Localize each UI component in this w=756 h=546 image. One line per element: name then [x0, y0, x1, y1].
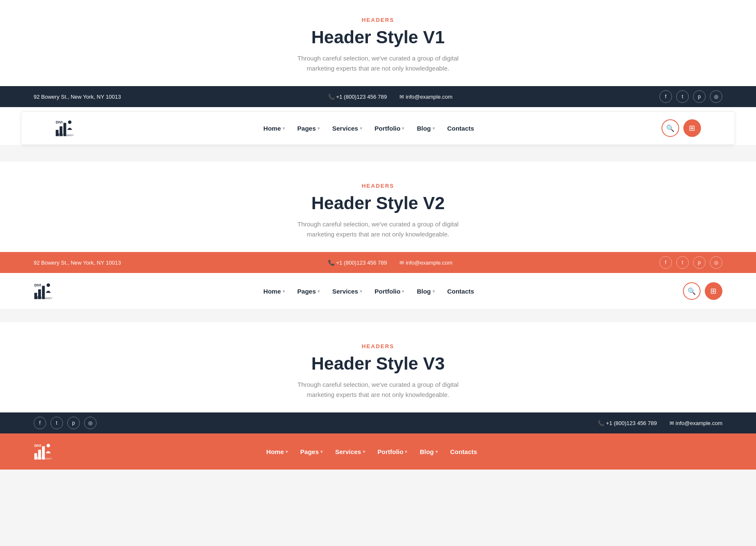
logo-v3[interactable]: SEO AGENCY DIVI: [34, 441, 55, 462]
chevron-down-icon: ▾: [405, 449, 407, 454]
mail-icon: ✉: [399, 94, 406, 100]
topbar-v2-contact: 📞 +1 (800)123 456 789 ✉ info@example.com: [328, 260, 453, 266]
social-twitter-v2[interactable]: t: [676, 256, 689, 269]
logo-icon-v3: SEO AGENCY DIVI: [34, 441, 55, 462]
nav-contacts-v3[interactable]: Contacts: [450, 448, 477, 455]
search-button-v2[interactable]: 🔍: [683, 282, 701, 300]
svg-point-3: [68, 121, 71, 124]
section-v3-intro: HEADERS Header Style V3 Through careful …: [0, 322, 756, 412]
social-pinterest-v2[interactable]: p: [693, 256, 706, 269]
phone-icon-v3: 📞: [598, 420, 606, 426]
topbar-v3-contact: 📞 +1 (800)123 456 789 ✉ info@example.com: [598, 420, 722, 426]
topbar-v1-socials: f t p ◎: [659, 90, 722, 103]
nav-contacts-v1[interactable]: Contacts: [447, 125, 474, 132]
phone-icon: 📞: [328, 94, 336, 100]
chevron-down-icon: ▾: [318, 126, 320, 131]
nav-contacts-v2[interactable]: Contacts: [447, 288, 474, 295]
social-twitter-v3[interactable]: t: [50, 417, 63, 429]
svg-text:DIVI: DIVI: [34, 444, 41, 448]
topbar-v2: 92 Bowery St., New York, NY 10013 📞 +1 (…: [0, 252, 756, 273]
social-facebook-v1[interactable]: f: [659, 90, 672, 103]
topbar-v2-email[interactable]: ✉ info@example.com: [399, 260, 452, 266]
topbar-v2-phone[interactable]: 📞 +1 (800)123 456 789: [328, 260, 387, 266]
nav-links-v1: Home ▾ Pages ▾ Services ▾ Portfolio ▾ Bl…: [263, 125, 474, 132]
chevron-down-icon: ▾: [402, 126, 404, 131]
nav-pages-v2[interactable]: Pages ▾: [297, 288, 320, 295]
chevron-down-icon: ▾: [320, 449, 323, 454]
header-v1-wrapper: 92 Bowery St., New York, NY 10013 📞 +1 (…: [0, 86, 756, 145]
navbar-v2: SEO AGENCY DIVI Home ▾ Pages ▾ Services …: [0, 273, 756, 310]
grid-button-v1[interactable]: ⊞: [683, 119, 701, 137]
nav-blog-v1[interactable]: Blog ▾: [417, 125, 434, 132]
nav-blog-v2[interactable]: Blog ▾: [417, 288, 434, 295]
chevron-down-icon: ▾: [318, 289, 320, 294]
nav-portfolio-v3[interactable]: Portfolio ▾: [378, 448, 407, 455]
svg-text:AGENCY: AGENCY: [43, 457, 52, 460]
section-v1-label: HEADERS: [8, 17, 748, 23]
social-instagram-v1[interactable]: ◎: [710, 90, 722, 103]
svg-point-17: [47, 444, 50, 447]
chevron-down-icon: ▾: [436, 449, 438, 454]
section-v2-label: HEADERS: [8, 183, 748, 189]
social-instagram-v3[interactable]: ◎: [84, 417, 97, 429]
chevron-down-icon: ▾: [360, 289, 362, 294]
nav-pages-v1[interactable]: Pages ▾: [297, 125, 320, 132]
section-v1-title: Header Style V1: [8, 27, 748, 47]
navbar-v1: SEO AGENCY DIVI Home ▾ Pages ▾ Services …: [21, 111, 735, 145]
section-v2-desc: Through careful selection, we've curated…: [290, 219, 466, 239]
social-pinterest-v3[interactable]: p: [67, 417, 80, 429]
social-facebook-v2[interactable]: f: [659, 256, 672, 269]
topbar-v1: 92 Bowery St., New York, NY 10013 📞 +1 (…: [0, 86, 756, 107]
chevron-down-icon: ▾: [402, 289, 404, 294]
section-v3-label: HEADERS: [8, 343, 748, 349]
section-v2-title: Header Style V2: [8, 193, 748, 213]
nav-pages-v3[interactable]: Pages ▾: [300, 448, 323, 455]
topbar-v1-email[interactable]: ✉ info@example.com: [399, 94, 452, 100]
topbar-v1-contact: 📞 +1 (800)123 456 789 ✉ info@example.com: [328, 94, 453, 100]
nav-actions-v2: 🔍 ⊞: [683, 282, 722, 300]
svg-text:SEO: SEO: [34, 296, 42, 300]
chevron-down-icon: ▾: [433, 126, 435, 131]
topbar-v3-phone[interactable]: 📞 +1 (800)123 456 789: [598, 420, 657, 426]
search-button-v1[interactable]: 🔍: [662, 119, 679, 137]
svg-text:DIVI: DIVI: [34, 283, 41, 287]
nav-services-v3[interactable]: Services ▾: [335, 448, 365, 455]
nav-services-v2[interactable]: Services ▾: [332, 288, 362, 295]
nav-portfolio-v1[interactable]: Portfolio ▾: [375, 125, 404, 132]
chevron-down-icon: ▾: [283, 126, 285, 131]
chevron-down-icon: ▾: [363, 449, 365, 454]
nav-services-v1[interactable]: Services ▾: [332, 125, 362, 132]
chevron-down-icon: ▾: [283, 289, 285, 294]
nav-home-v3[interactable]: Home ▾: [266, 448, 288, 455]
grid-button-v2[interactable]: ⊞: [705, 282, 722, 300]
nav-links-v2: Home ▾ Pages ▾ Services ▾ Portfolio ▾ Bl…: [263, 288, 474, 295]
section-v2-intro: HEADERS Header Style V2 Through careful …: [0, 162, 756, 252]
logo-v2[interactable]: SEO AGENCY DIVI: [34, 281, 55, 302]
topbar-v2-address: 92 Bowery St., New York, NY 10013: [34, 260, 121, 266]
svg-text:AGENCY: AGENCY: [65, 134, 74, 136]
social-pinterest-v1[interactable]: p: [693, 90, 706, 103]
svg-text:AGENCY: AGENCY: [43, 297, 52, 299]
chevron-down-icon: ▾: [433, 289, 435, 294]
topbar-v1-address: 92 Bowery St., New York, NY 10013: [34, 94, 121, 100]
section-v1-desc: Through careful selection, we've curated…: [290, 53, 466, 74]
logo-icon-v1: SEO AGENCY DIVI: [55, 118, 76, 139]
header-v3-wrapper: f t p ◎ 📞 +1 (800)123 456 789 ✉ info@exa…: [0, 412, 756, 470]
social-twitter-v1[interactable]: t: [676, 90, 689, 103]
social-instagram-v2[interactable]: ◎: [710, 256, 722, 269]
topbar-v3-email[interactable]: ✉ info@example.com: [669, 420, 722, 426]
topbar-v1-phone[interactable]: 📞 +1 (800)123 456 789: [328, 94, 387, 100]
nav-blog-v3[interactable]: Blog ▾: [420, 448, 437, 455]
topbar-v3-socials: f t p ◎: [34, 417, 97, 429]
svg-text:DIVI: DIVI: [56, 120, 63, 124]
chevron-down-icon: ▾: [286, 449, 288, 454]
logo-v1[interactable]: SEO AGENCY DIVI: [55, 118, 76, 139]
nav-portfolio-v2[interactable]: Portfolio ▾: [375, 288, 404, 295]
nav-home-v2[interactable]: Home ▾: [263, 288, 285, 295]
social-facebook-v3[interactable]: f: [34, 417, 46, 429]
topbar-v2-socials: f t p ◎: [659, 256, 722, 269]
svg-point-10: [47, 284, 50, 287]
topbar-v3: f t p ◎ 📞 +1 (800)123 456 789 ✉ info@exa…: [0, 412, 756, 433]
navbar-v3: SEO AGENCY DIVI Home ▾ Pages ▾ Services …: [0, 433, 756, 470]
nav-home-v1[interactable]: Home ▾: [263, 125, 285, 132]
